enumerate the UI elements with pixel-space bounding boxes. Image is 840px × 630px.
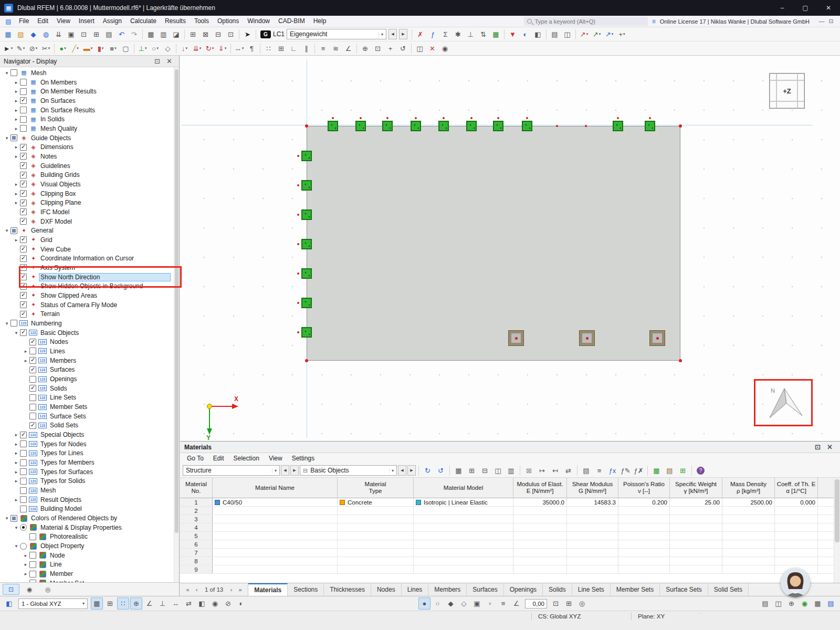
checkbox[interactable] — [20, 329, 27, 336]
previous-load-case-button[interactable]: ◀ — [388, 29, 397, 39]
panel-toggle-icon[interactable]: ◧ — [3, 597, 15, 610]
tree-item-numbering[interactable]: ▾123Numbering — [0, 319, 179, 328]
calculate-all-icon[interactable]: Σ — [439, 28, 452, 40]
nodal-support[interactable] — [645, 121, 655, 131]
collapse-arrow-icon[interactable]: ▾ — [3, 321, 10, 326]
checkbox[interactable] — [29, 561, 36, 568]
table-tab-line-sets[interactable]: Line Sets — [572, 583, 611, 596]
nodal-support[interactable] — [301, 327, 312, 338]
camera-icon[interactable]: ◉ — [439, 43, 451, 55]
menu-calculate[interactable]: Calculate — [126, 16, 161, 27]
tree-item-building-model[interactable]: 123Building Model — [0, 505, 179, 514]
grid-snap-icon[interactable]: ⊞ — [275, 43, 287, 55]
align-icon[interactable]: ≡ — [317, 43, 329, 55]
cell-material-model[interactable] — [414, 507, 513, 514]
table-tab-surfaces[interactable]: Surfaces — [467, 583, 503, 596]
view-isometric-icon[interactable]: ▦ — [145, 28, 157, 40]
materials-menu-selection[interactable]: Selection — [229, 455, 264, 462]
nodal-support[interactable] — [466, 121, 477, 131]
nodal-support[interactable] — [613, 121, 623, 131]
angle-step-icon[interactable]: ∠ — [510, 597, 522, 610]
tree-item-result-objects[interactable]: ▸123Result Objects — [0, 495, 179, 505]
tree-item-member-set[interactable]: ▸Member Set — [0, 579, 179, 582]
cell-value[interactable] — [722, 549, 775, 556]
monitor-icon[interactable]: ⊡ — [225, 28, 237, 40]
expand-arrow-icon[interactable]: ▸ — [13, 144, 20, 150]
layout-panel-icon[interactable]: ⊡ — [826, 18, 836, 25]
collapse-menu-icon[interactable]: — — [817, 18, 826, 25]
cs-y-icon[interactable]: ↗▾ — [591, 28, 603, 40]
materials-menu-edit[interactable]: Edit — [208, 455, 229, 462]
expand-arrow-icon[interactable]: ▸ — [13, 89, 20, 94]
nodal-support[interactable] — [301, 298, 312, 308]
cell-material-type[interactable] — [338, 515, 414, 523]
intersection-snap-icon[interactable]: ◆ — [445, 597, 457, 610]
nodal-support[interactable] — [301, 239, 312, 249]
tree-item-types-for-members[interactable]: ▸123Types for Members — [0, 458, 179, 467]
surface-icon[interactable]: ▮▾ — [94, 43, 107, 55]
clear-table-icon[interactable]: ⊠ — [523, 465, 535, 477]
checkbox[interactable] — [20, 162, 27, 169]
tree-item-grid[interactable]: ▸✦Grid — [0, 235, 179, 245]
cell-material-model[interactable] — [414, 532, 513, 540]
cell-material-type[interactable] — [338, 557, 414, 565]
cell-value[interactable]: 14583.3 — [567, 498, 618, 506]
tree-item-guidelines[interactable]: ◈Guidelines — [0, 161, 179, 171]
cell-material-no[interactable]: 3 — [180, 515, 213, 523]
table-tab-member-sets[interactable]: Member Sets — [611, 583, 660, 596]
expand-arrow-icon[interactable]: ▸ — [13, 450, 20, 456]
table-tab-solids[interactable]: Solids — [543, 583, 572, 596]
tree-item-view-cube[interactable]: ✦View Cube — [0, 245, 179, 254]
display-navigator-tab[interactable]: ⊡ — [3, 584, 19, 595]
fullscreen-icon[interactable]: ⊠ — [200, 28, 212, 40]
checkbox[interactable] — [29, 422, 36, 429]
grid-spacing-icon[interactable]: ⊡ — [550, 597, 562, 610]
cs-z-icon[interactable]: ↗▾ — [603, 28, 615, 40]
cell-value[interactable] — [567, 565, 618, 573]
cell-material-no[interactable]: 1 — [180, 498, 213, 506]
plane-icon[interactable]: ◧ — [196, 597, 208, 610]
dock-icon[interactable]: ⊡ — [151, 55, 163, 67]
cell-value[interactable] — [775, 540, 818, 548]
close-icon[interactable]: ✕ — [824, 441, 836, 453]
expand-arrow-icon[interactable]: ▸ — [13, 80, 20, 85]
result-tables-icon[interactable]: ▦ — [490, 28, 502, 40]
tree-item-on-surfaces[interactable]: ▸▦On Surfaces — [0, 96, 179, 106]
checkbox[interactable] — [20, 172, 27, 178]
endpoint-snap-icon[interactable]: ● — [418, 597, 430, 610]
cell-value[interactable] — [670, 557, 722, 565]
cell-material-name[interactable] — [213, 532, 338, 540]
window-frame-icon[interactable]: ⊞ — [187, 28, 199, 40]
checkbox[interactable] — [29, 533, 36, 540]
checkbox[interactable] — [20, 88, 27, 95]
tree-item-types-for-solids[interactable]: ▸123Types for Solids — [0, 477, 179, 486]
checkbox[interactable] — [10, 134, 17, 141]
tree-item-status-of-camera-fly-mode[interactable]: ✦Status of Camera Fly Mode — [0, 300, 179, 310]
checkbox[interactable] — [20, 311, 27, 318]
tree-item-surfaces[interactable]: 123Surfaces — [0, 365, 179, 375]
checkbox[interactable] — [20, 255, 27, 262]
row-insert-icon[interactable]: ⊞ — [466, 465, 478, 477]
checkbox[interactable] — [20, 236, 27, 243]
cell-value[interactable] — [567, 523, 618, 531]
tree-item-photorealistic[interactable]: Photorealistic — [0, 532, 179, 542]
cell-value[interactable] — [567, 549, 618, 556]
checkbox[interactable] — [20, 292, 27, 299]
visibility-mode-icon[interactable]: ◐ — [519, 28, 531, 40]
tree-item-types-for-lines[interactable]: ▸123Types for Lines — [0, 449, 179, 458]
tree-item-show-hidden-objects-in-background[interactable]: ✦Show Hidden Objects in Background — [0, 281, 179, 291]
snap-icon[interactable]: ∷ — [262, 43, 275, 55]
cell-material-name[interactable] — [213, 549, 338, 556]
checkbox[interactable] — [20, 116, 27, 123]
cell-value[interactable] — [775, 549, 818, 556]
tree-item-show-clipped-areas[interactable]: ✦Show Clipped Areas — [0, 291, 179, 300]
tree-item-on-members[interactable]: ▸▦On Members — [0, 78, 179, 87]
checkbox[interactable] — [20, 200, 27, 206]
support-icon[interactable]: ⊥▾ — [136, 43, 149, 55]
menu-assign[interactable]: Assign — [99, 16, 126, 27]
expand-arrow-icon[interactable]: ▸ — [13, 469, 20, 475]
snap-icon[interactable]: ∷ — [117, 597, 129, 610]
cell-value[interactable] — [722, 540, 775, 548]
nodal-support[interactable] — [301, 268, 312, 279]
dimension-icon[interactable]: ↔▾ — [233, 43, 245, 55]
